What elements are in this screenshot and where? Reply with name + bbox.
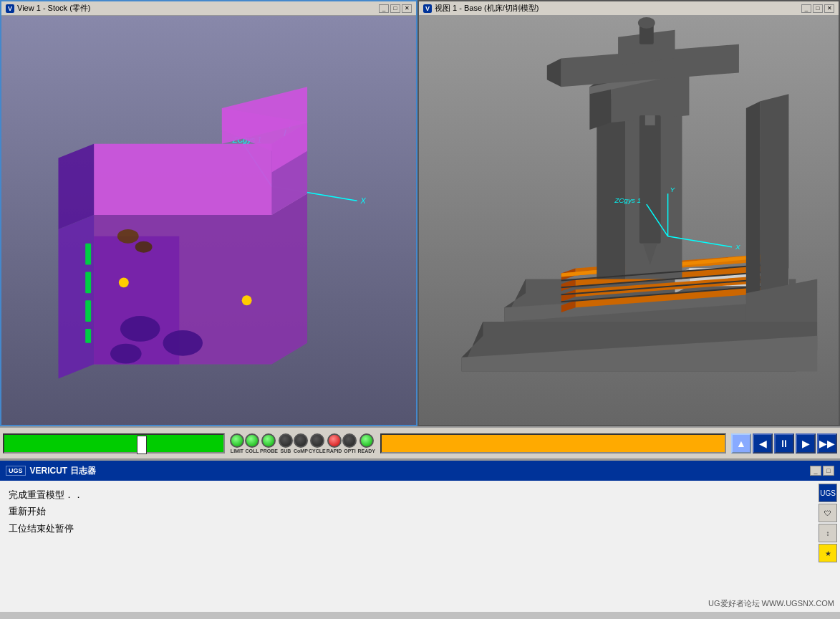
- indicator-coll[interactable]: COLL: [245, 433, 259, 454]
- probe-label: PROBE: [260, 448, 278, 454]
- sub-label: SUB: [281, 448, 291, 454]
- indicator-group: LIMIT COLL PROBE SUB CoMP CYCLE RAPID O: [230, 433, 375, 454]
- comp-label: CoMP: [294, 448, 308, 454]
- viewport-right: V 视图 1 - Base (机床/切削模型) _ □ ✕: [417, 0, 840, 426]
- right-close-btn[interactable]: ✕: [824, 4, 834, 13]
- log-right-icons: UGS 🛡 ↕ ★: [816, 481, 840, 565]
- progress-bar[interactable]: [3, 433, 225, 454]
- svg-marker-75: [746, 101, 761, 300]
- log-line-1: 完成重置模型．．: [9, 486, 831, 503]
- indicator-ready[interactable]: READY: [357, 433, 375, 454]
- probe-light: [261, 433, 276, 448]
- log-header: UGS VERICUT 日志器 _ □: [0, 461, 840, 481]
- left-viewport-title: V View 1 - Stock (零件) _ □ ✕: [1, 1, 416, 16]
- right-maximize-btn[interactable]: □: [813, 4, 823, 13]
- nav-buttons: ▲ ◀ ⏸ ▶ ▶▶: [731, 433, 837, 454]
- svg-point-29: [135, 241, 153, 253]
- left-maximize-btn[interactable]: □: [390, 4, 400, 13]
- svg-point-23: [120, 316, 160, 342]
- left-v-icon: V: [6, 4, 14, 13]
- rapid-label: RAPID: [327, 448, 342, 454]
- indicator-rapid[interactable]: RAPID: [327, 433, 342, 454]
- nav-fast-btn[interactable]: ▶▶: [817, 433, 837, 454]
- nav-prev-btn[interactable]: ◀: [753, 433, 773, 454]
- left-viewport-label: View 1 - Stock (零件): [17, 3, 91, 14]
- right-scene-svg: X Y ZCgys 1: [419, 16, 839, 425]
- opti-light: [342, 433, 357, 448]
- left-scene-svg: X Y ZCgys 1: [1, 16, 416, 425]
- limit-label: LIMIT: [231, 448, 243, 454]
- log-restore-btn[interactable]: □: [823, 466, 834, 476]
- right-viewport-label: 视图 1 - Base (机床/切削模型): [435, 3, 539, 14]
- svg-rect-57: [645, 115, 655, 125]
- log-icon-shield[interactable]: 🛡: [819, 504, 837, 522]
- svg-point-26: [119, 277, 129, 287]
- log-icon-star[interactable]: ★: [819, 544, 837, 562]
- right-viewport-title: V 视图 1 - Base (机床/切削模型) _ □ ✕: [419, 1, 839, 16]
- log-minimize-btn[interactable]: _: [810, 466, 821, 476]
- indicator-opti[interactable]: OPTI: [342, 433, 357, 454]
- log-title: VERICUT 日志器: [30, 465, 96, 477]
- svg-rect-20: [85, 272, 91, 293]
- indicator-sub[interactable]: SUB: [279, 433, 293, 454]
- ready-label: READY: [357, 448, 375, 454]
- indicator-probe[interactable]: PROBE: [260, 433, 278, 454]
- svg-rect-19: [85, 244, 91, 265]
- cycle-light: [310, 433, 324, 448]
- log-header-icon: UGS: [6, 466, 26, 476]
- left-win-controls[interactable]: _ □ ✕: [379, 4, 412, 13]
- svg-rect-21: [85, 300, 91, 322]
- svg-point-28: [117, 229, 139, 244]
- right-minimize-btn[interactable]: _: [801, 4, 811, 13]
- nav-play-btn[interactable]: ▶: [796, 433, 816, 454]
- control-bar: LIMIT COLL PROBE SUB CoMP CYCLE RAPID O: [0, 426, 840, 459]
- progress-thumb[interactable]: [137, 436, 147, 454]
- nav-up-btn[interactable]: ▲: [731, 433, 751, 454]
- log-header-controls[interactable]: _ □: [810, 466, 834, 476]
- right-win-controls[interactable]: _ □ ✕: [801, 4, 834, 13]
- log-line-3: 工位结束处暂停: [9, 520, 831, 537]
- svg-point-25: [110, 344, 142, 364]
- left-close-btn[interactable]: ✕: [402, 4, 412, 13]
- orange-status-bar: [380, 433, 726, 454]
- svg-point-27: [242, 295, 252, 305]
- left-minimize-btn[interactable]: _: [379, 4, 389, 13]
- coll-light: [245, 433, 259, 448]
- svg-point-24: [163, 330, 203, 356]
- svg-rect-56: [639, 115, 661, 244]
- left-viewport-canvas[interactable]: 前 底 ZCgys 1 X: [1, 16, 416, 425]
- coll-label: COLL: [245, 448, 259, 454]
- limit-light: [230, 433, 244, 448]
- svg-rect-22: [85, 329, 91, 343]
- comp-light: [294, 433, 308, 448]
- ready-light: [359, 433, 374, 448]
- sub-light: [279, 433, 293, 448]
- right-viewport-canvas[interactable]: X Y ZCgys 1: [419, 16, 839, 425]
- right-v-icon: V: [423, 4, 432, 13]
- log-area: UGS VERICUT 日志器 _ □ 完成重置模型．． 重新开始 工位结束处暂…: [0, 459, 840, 612]
- watermark: UG爱好者论坛 WWW.UGSNX.COM: [708, 598, 834, 609]
- opti-label: OPTI: [344, 448, 355, 454]
- svg-point-63: [638, 17, 655, 29]
- log-icon-ugs[interactable]: UGS: [819, 484, 837, 502]
- rapid-light: [327, 433, 342, 448]
- viewport-area: V View 1 - Stock (零件) _ □ ✕ 前 底 ZCgys 1: [0, 0, 840, 426]
- nav-pause-btn[interactable]: ⏸: [774, 433, 794, 454]
- svg-text:ZCgys 1: ZCgys 1: [614, 196, 641, 204]
- svg-marker-13: [58, 215, 94, 378]
- log-icon-arrow[interactable]: ↕: [819, 524, 837, 542]
- log-content: 完成重置模型．． 重新开始 工位结束处暂停: [0, 481, 840, 542]
- log-line-2: 重新开始: [9, 503, 831, 519]
- svg-marker-74: [761, 94, 789, 293]
- svg-text:X: X: [735, 243, 740, 251]
- indicator-cycle[interactable]: CYCLE: [309, 433, 326, 454]
- svg-text:X: X: [360, 196, 367, 205]
- cycle-label: CYCLE: [309, 448, 326, 454]
- svg-marker-14: [58, 144, 94, 229]
- indicator-limit[interactable]: LIMIT: [230, 433, 244, 454]
- viewport-left: V View 1 - Stock (零件) _ □ ✕ 前 底 ZCgys 1: [0, 0, 417, 426]
- indicator-comp[interactable]: CoMP: [294, 433, 308, 454]
